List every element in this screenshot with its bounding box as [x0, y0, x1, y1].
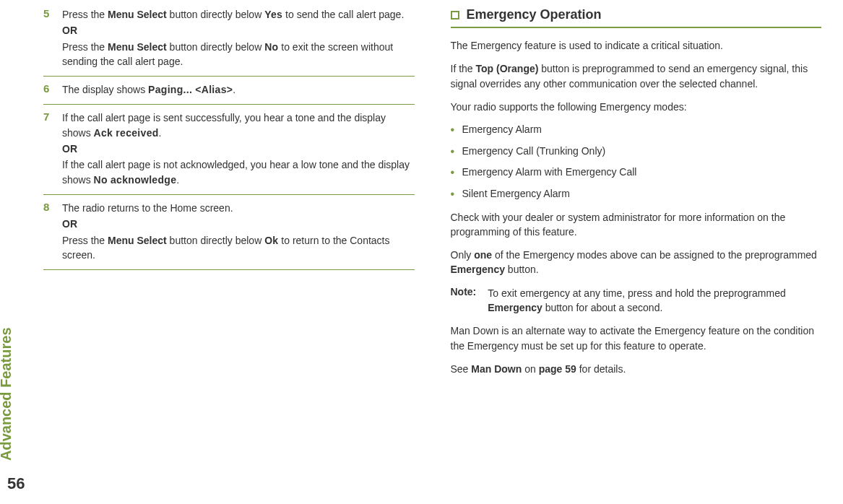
- display-text: Yes: [264, 9, 282, 20]
- text: If the: [451, 63, 476, 74]
- page-number: 56: [7, 474, 25, 493]
- paragraph: Only one of the Emergency modes above ca…: [451, 248, 822, 277]
- text: on: [522, 363, 538, 375]
- step-body: The display shows Paging... <Alias>.: [62, 82, 235, 98]
- text: of the Emergency modes above can be assi…: [492, 249, 817, 261]
- list-item: Emergency Alarm: [451, 123, 822, 137]
- bold-text: Man Down: [471, 363, 522, 375]
- sidebar-section-label: Advanced Features: [0, 327, 14, 461]
- list-item: Emergency Alarm with Emergency Call: [451, 165, 822, 180]
- content-columns: 5 Press the Menu Select button directly …: [43, 7, 821, 385]
- text: Press the: [62, 41, 108, 53]
- left-column: 5 Press the Menu Select button directly …: [43, 7, 415, 385]
- step-7: 7 If the call alert page is sent success…: [43, 105, 415, 194]
- paragraph: If the Top (Orange) button is preprogram…: [451, 61, 822, 91]
- display-text: No acknowledge: [94, 174, 177, 186]
- text: To exit emergency at any time, press and…: [488, 287, 785, 299]
- list-item: Emergency Call (Trunking Only): [451, 144, 822, 159]
- display-text: Paging... <Alias>: [148, 84, 233, 95]
- text: .: [176, 174, 179, 186]
- section-divider: [451, 27, 822, 28]
- display-text: Ack received: [94, 127, 159, 139]
- step-body: If the call alert page is sent successfu…: [62, 110, 415, 188]
- text: .: [159, 127, 162, 139]
- step-body: Press the Menu Select button directly be…: [62, 7, 415, 70]
- emergency-modes-list: Emergency Alarm Emergency Call (Trunking…: [451, 123, 822, 201]
- step-number: 6: [43, 82, 53, 98]
- text: See: [451, 363, 472, 375]
- step-8: 8 The radio returns to the Home screen. …: [43, 195, 415, 270]
- step-6: 6 The display shows Paging... <Alias>.: [43, 77, 415, 105]
- note-block: Note: To exit emergency at any time, pre…: [451, 286, 822, 316]
- text: Press the: [62, 235, 108, 246]
- text: button directly below: [167, 9, 264, 20]
- paragraph: See Man Down on page 59 for details.: [451, 362, 822, 376]
- text: button directly below: [167, 235, 264, 246]
- step-number: 8: [43, 201, 53, 264]
- note-body: To exit emergency at any time, press and…: [488, 286, 821, 316]
- step-body: The radio returns to the Home screen. OR…: [62, 201, 415, 264]
- right-column: Emergency Operation The Emergency featur…: [451, 7, 822, 385]
- text: to send the call alert page.: [282, 9, 404, 20]
- text: button for about a second.: [542, 302, 663, 313]
- bold-text: Emergency: [451, 264, 505, 275]
- text: .: [233, 84, 235, 95]
- paragraph: Man Down is an alternate way to activate…: [451, 323, 822, 353]
- text: Only: [451, 249, 475, 261]
- display-text: No: [264, 41, 278, 53]
- bold-text: Top (Orange): [476, 63, 539, 74]
- bold-text: one: [474, 249, 492, 261]
- text: The display shows: [62, 84, 148, 95]
- text: for details.: [576, 363, 626, 375]
- bold-text: Menu Select: [108, 235, 167, 246]
- paragraph: The Emergency feature is used to indicat…: [451, 38, 822, 53]
- step-number: 7: [43, 110, 53, 188]
- step-5: 5 Press the Menu Select button directly …: [43, 7, 415, 77]
- list-item: Silent Emergency Alarm: [451, 187, 822, 201]
- step-number: 5: [43, 7, 53, 70]
- text: button directly below: [167, 41, 264, 53]
- or-text: OR: [62, 23, 415, 38]
- bold-text: Emergency: [488, 302, 542, 313]
- text: Press the: [62, 9, 108, 20]
- cross-ref-link[interactable]: page 59: [539, 363, 576, 375]
- display-text: Ok: [264, 235, 278, 246]
- text: The radio returns to the Home screen.: [62, 202, 233, 214]
- note-label: Note:: [451, 286, 477, 316]
- or-text: OR: [62, 217, 415, 231]
- section-header: Emergency Operation: [451, 7, 822, 22]
- paragraph: Your radio supports the following Emerge…: [451, 100, 822, 114]
- or-text: OR: [62, 142, 415, 156]
- paragraph: Check with your dealer or system adminis…: [451, 210, 822, 240]
- bold-text: Menu Select: [108, 41, 167, 53]
- section-title: Emergency Operation: [467, 7, 602, 22]
- bold-text: Menu Select: [108, 9, 167, 20]
- text: button.: [505, 264, 539, 275]
- section-marker-icon: [451, 11, 459, 19]
